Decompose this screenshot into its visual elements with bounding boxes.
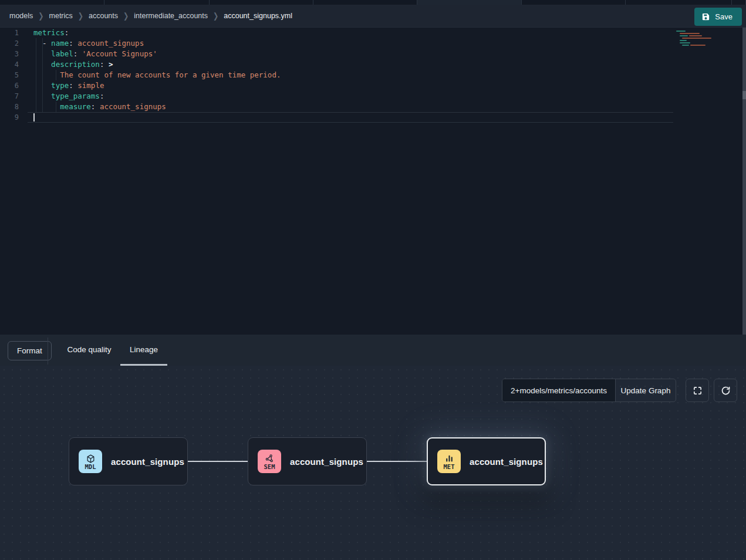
- node-label: account_signups: [290, 457, 363, 467]
- top-tab[interactable]: [732, 0, 746, 5]
- indent-guide: [36, 38, 36, 112]
- code-text: metrics:: [26, 28, 69, 38]
- indent-guide: [56, 70, 56, 80]
- save-disk-icon: [701, 12, 710, 21]
- refresh-icon: [721, 386, 731, 396]
- app-window: models ❯ metrics ❯ accounts ❯ intermedia…: [0, 0, 746, 560]
- top-tab[interactable]: [522, 0, 626, 5]
- line-number: 3: [0, 49, 26, 59]
- line-number: 5: [0, 70, 26, 80]
- line-number: 6: [0, 80, 26, 91]
- lineage-node-metric[interactable]: MET account_signups: [427, 437, 546, 485]
- breadcrumb-item-accounts[interactable]: accounts: [89, 12, 118, 20]
- model-badge-label: MDL: [85, 464, 96, 470]
- top-tab[interactable]: [210, 0, 313, 5]
- code-line-3[interactable]: 3 label: 'Account Signups': [0, 49, 746, 59]
- chevron-right-icon: ❯: [213, 11, 218, 21]
- lineage-node-model[interactable]: MDL account_signups: [69, 437, 188, 485]
- update-graph-button[interactable]: Update Graph: [615, 379, 676, 402]
- bar-chart-icon: [444, 454, 454, 464]
- model-selector-group: Update Graph: [502, 379, 676, 402]
- indent-guide: [42, 38, 43, 112]
- metric-badge-label: MET: [444, 464, 455, 470]
- top-tab[interactable]: [313, 0, 417, 5]
- tab-code-quality[interactable]: Code quality: [60, 335, 119, 365]
- line-number: 4: [0, 59, 26, 70]
- code-text: The count of new accounts for a given ti…: [26, 70, 281, 80]
- format-button[interactable]: Format: [8, 341, 52, 360]
- breadcrumb-item-models[interactable]: models: [9, 12, 33, 20]
- bottom-panel: Format Code quality Lineage Update Graph: [0, 335, 746, 560]
- save-button[interactable]: Save: [694, 8, 742, 26]
- top-tab[interactable]: [0, 0, 104, 5]
- top-tab[interactable]: [104, 0, 210, 5]
- code-text: label: 'Account Signups': [26, 49, 157, 59]
- breadcrumb-item-intermediate-accounts[interactable]: intermediate_accounts: [134, 12, 208, 20]
- code-text: type: simple: [26, 80, 104, 91]
- code-text: - name: account_signups: [26, 38, 144, 49]
- indent-guide: [56, 102, 56, 112]
- minimap[interactable]: [675, 28, 713, 74]
- code-text: measure: account_signups: [26, 102, 166, 112]
- code-line-7[interactable]: 7 type_params:: [0, 91, 746, 102]
- save-button-label: Save: [715, 12, 733, 21]
- lineage-node-semantic-model[interactable]: SEM account_signups: [248, 437, 367, 485]
- panel-header: Format Code quality Lineage: [0, 335, 746, 366]
- model-badge: MDL: [79, 450, 102, 473]
- breadcrumb-bar: models ❯ metrics ❯ accounts ❯ intermedia…: [0, 5, 746, 28]
- line-number: 8: [0, 102, 26, 112]
- code-editor[interactable]: 1 metrics: 2 - name: account_signups 3 l…: [0, 28, 746, 335]
- model-selector-input[interactable]: [502, 379, 615, 402]
- chevron-right-icon: ❯: [123, 11, 129, 21]
- metric-badge: MET: [437, 450, 461, 473]
- code-line-9-active[interactable]: 9: [0, 112, 746, 123]
- semantic-badge: SEM: [258, 450, 281, 473]
- code-line-1[interactable]: 1 metrics:: [0, 28, 746, 38]
- top-tab-strip: [0, 0, 746, 5]
- top-tab-active[interactable]: [417, 0, 522, 5]
- chevron-right-icon: ❯: [38, 11, 43, 21]
- network-triangle-icon: [265, 454, 275, 464]
- semantic-badge-label: SEM: [264, 464, 275, 470]
- tab-lineage[interactable]: Lineage: [126, 335, 162, 365]
- scrollbar-thumb[interactable]: [742, 91, 746, 99]
- line-number: 2: [0, 38, 26, 49]
- line-number: 1: [0, 28, 26, 38]
- lineage-edge: [367, 461, 427, 462]
- top-tab[interactable]: [626, 0, 732, 5]
- lineage-edge: [188, 461, 248, 462]
- active-line-highlight: [28, 112, 673, 123]
- code-line-5[interactable]: 5 The count of new accounts for a given …: [0, 70, 746, 80]
- divider: [48, 338, 48, 365]
- breadcrumb-item-metrics[interactable]: metrics: [49, 12, 73, 20]
- code-line-6[interactable]: 6 type: simple: [0, 80, 746, 91]
- code-line-4[interactable]: 4 description: >: [0, 59, 746, 70]
- node-label: account_signups: [470, 457, 543, 467]
- text-cursor: [33, 113, 35, 122]
- refresh-graph-button[interactable]: [714, 379, 737, 402]
- code-text: type_params:: [26, 91, 104, 102]
- breadcrumb-item-current-file: account_signups.yml: [224, 12, 292, 20]
- chevron-right-icon: ❯: [78, 11, 83, 21]
- code-text: description: >: [26, 59, 113, 70]
- cube-icon: [86, 454, 96, 464]
- code-line-8[interactable]: 8 measure: account_signups: [0, 102, 746, 112]
- lineage-graph-area[interactable]: Update Graph: [0, 366, 746, 560]
- node-label: account_signups: [111, 457, 184, 467]
- fullscreen-icon: [693, 386, 703, 396]
- line-number: 7: [0, 91, 26, 102]
- editor-scrollbar[interactable]: [742, 28, 746, 335]
- code-line-2[interactable]: 2 - name: account_signups: [0, 38, 746, 49]
- fullscreen-button[interactable]: [686, 379, 709, 402]
- line-number: 9: [0, 112, 26, 123]
- breadcrumb: models ❯ metrics ❯ accounts ❯ intermedia…: [9, 12, 292, 20]
